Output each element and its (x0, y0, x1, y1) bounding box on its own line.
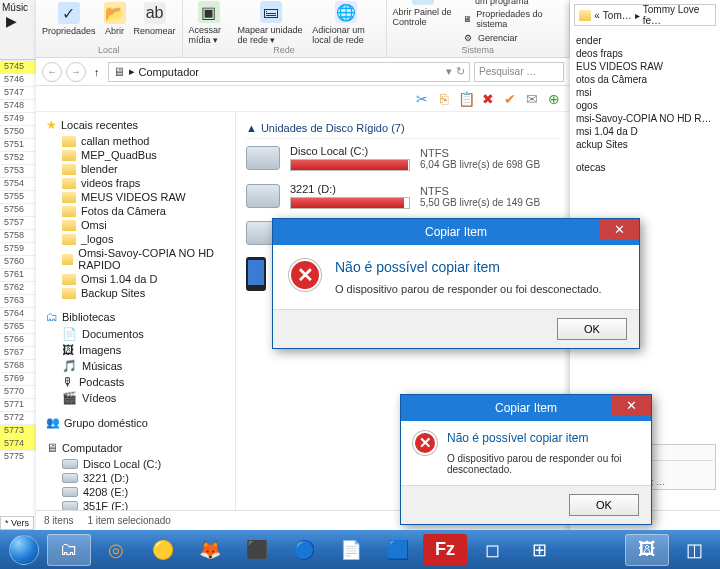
cut-icon[interactable]: ✂ (414, 91, 430, 107)
sheet-row[interactable]: 5749 (0, 112, 36, 125)
ribbon-manage[interactable]: ⚙Gerenciar (462, 31, 563, 45)
sheet-row[interactable]: 5771 (0, 398, 36, 411)
tree-item[interactable]: Disco Local (C:) (36, 457, 235, 471)
taskbar-app-5[interactable]: ◻ (470, 534, 514, 566)
sheet-row[interactable]: 5769 (0, 372, 36, 385)
ribbon-properties[interactable]: ✓Propriedades (42, 2, 96, 36)
tree-item[interactable]: msi-Savoy-COPIA NO HD RAPIDO (574, 112, 716, 125)
tree-libraries-head[interactable]: 🗂Bibliotecas (36, 308, 235, 326)
tree-item[interactable]: _logos (36, 232, 235, 246)
sheet-row[interactable]: 5761 (0, 268, 36, 281)
tree-item[interactable]: 🎵Músicas (36, 358, 235, 374)
tree-item[interactable]: deos fraps (574, 47, 716, 60)
sheet-row[interactable]: 5757 (0, 216, 36, 229)
taskbar-firefox[interactable]: 🦊 (188, 534, 232, 566)
ribbon-system-properties[interactable]: 🖥Propriedades do sistema (462, 8, 563, 30)
sheet-row[interactable]: 5768 (0, 359, 36, 372)
delete-icon[interactable]: ✖ (480, 91, 496, 107)
sheet-row[interactable]: 5765 (0, 320, 36, 333)
tree-item[interactable]: videos fraps (36, 176, 235, 190)
drives-section-head[interactable]: ▲Unidades de Disco Rígido (7) (246, 118, 560, 139)
dialog-titlebar[interactable]: Copiar Item✕ (401, 395, 651, 421)
ok-button[interactable]: OK (569, 494, 639, 516)
tree-item[interactable]: Fotos da Câmera (36, 204, 235, 218)
taskbar-app-3[interactable]: 🔵 (282, 534, 326, 566)
taskbar-app-1[interactable]: ◎ (94, 534, 138, 566)
sheet-row[interactable]: 5772 (0, 411, 36, 424)
sheet-row[interactable]: 5748 (0, 99, 36, 112)
taskbar-explorer[interactable]: 🗂 (47, 534, 91, 566)
taskbar-photos[interactable]: 🖼 (625, 534, 669, 566)
globe-icon[interactable]: ⊕ (546, 91, 562, 107)
ribbon-rename[interactable]: abRenomear (134, 2, 176, 36)
close-button[interactable]: ✕ (599, 219, 639, 239)
ok-button[interactable]: OK (557, 318, 627, 340)
sheet-row[interactable]: 5762 (0, 281, 36, 294)
tree-item[interactable]: msi (574, 86, 716, 99)
tree-item[interactable]: 📄Documentos (36, 326, 235, 342)
tree-item[interactable]: Backup Sites (36, 286, 235, 300)
dialog-titlebar[interactable]: Copiar Item✕ (273, 219, 639, 245)
close-button[interactable]: ✕ (611, 395, 651, 415)
tree-item[interactable]: blender (36, 162, 235, 176)
ribbon-uninstall[interactable]: 🗑Desinstalar ou alterar um programa (462, 0, 563, 7)
address-bar-2[interactable]: « Tom… ▸ Tommy Love fe… (574, 4, 716, 26)
sheet-row[interactable]: 5760 (0, 255, 36, 268)
nav-forward[interactable]: → (66, 62, 86, 82)
tree-computer-head[interactable]: 🖥Computador (36, 439, 235, 457)
check-icon[interactable]: ✔ (502, 91, 518, 107)
drive-row[interactable]: 3221 (D:)NTFS5,50 GB livre(s) de 149 GB (246, 177, 560, 215)
sheet-row[interactable]: 5763 (0, 294, 36, 307)
tree-item[interactable]: otos da Câmera (574, 73, 716, 86)
tree-item[interactable]: MEP_QuadBus (36, 148, 235, 162)
tree-item[interactable]: 3221 (D:) (36, 471, 235, 485)
sheet-row[interactable]: 5755 (0, 190, 36, 203)
address-bar[interactable]: 🖥 ▸ Computador▾↻ (108, 62, 471, 82)
copy-icon[interactable]: ⎘ (436, 91, 452, 107)
sheet-row[interactable]: 5773 (0, 424, 36, 437)
taskbar-chrome[interactable]: 🟡 (141, 534, 185, 566)
sheet-row[interactable]: 5774 (0, 437, 36, 450)
tree-homegroup[interactable]: 👥Grupo doméstico (36, 414, 235, 431)
sheet-row[interactable]: 5745 (0, 60, 36, 73)
tree-item[interactable]: ackup Sites (574, 138, 716, 151)
ribbon-control-panel[interactable]: 🖥Abrir Painel de Controle (393, 0, 454, 27)
sheet-row[interactable]: 5746 (0, 73, 36, 86)
tree-item[interactable]: 351F (F:) (36, 499, 235, 510)
sheet-row[interactable]: 5764 (0, 307, 36, 320)
ribbon-map-drive[interactable]: 🖴Mapear unidade de rede ▾ (237, 1, 304, 45)
sheet-row[interactable]: 5751 (0, 138, 36, 151)
taskbar-app-4[interactable]: 🟦 (376, 534, 420, 566)
search-input[interactable]: Pesquisar … (474, 62, 564, 82)
taskbar-app-7[interactable]: ◫ (672, 534, 716, 566)
tree-item[interactable]: 🎙Podcasts (36, 374, 235, 390)
sheet-row[interactable]: 5775 (0, 450, 36, 463)
tree-item[interactable]: ender (574, 34, 716, 47)
sheet-row[interactable]: 5754 (0, 177, 36, 190)
tree-item[interactable]: EUS VIDEOS RAW (574, 60, 716, 73)
sheet-row[interactable]: 5756 (0, 203, 36, 216)
tree-item[interactable]: Omsi-Savoy-COPIA NO HD RAPIDO (36, 246, 235, 272)
paste-icon[interactable]: 📋 (458, 91, 474, 107)
nav-back[interactable]: ← (42, 62, 62, 82)
ribbon-add-location[interactable]: 🌐Adicionar um local de rede (312, 1, 379, 45)
mail-icon[interactable]: ✉ (524, 91, 540, 107)
sheet-row[interactable]: 5752 (0, 151, 36, 164)
tree-item[interactable]: 🎬Vídeos (36, 390, 235, 406)
taskbar-notepad[interactable]: 📄 (329, 534, 373, 566)
start-button[interactable] (4, 534, 44, 566)
taskbar-app-2[interactable]: ⬛ (235, 534, 279, 566)
tree-item[interactable]: ogos (574, 99, 716, 112)
sheet-row[interactable]: 5750 (0, 125, 36, 138)
drive-row[interactable]: Disco Local (C:)NTFS6,04 GB livre(s) de … (246, 139, 560, 177)
tree-item[interactable]: callan method (36, 134, 235, 148)
ribbon-open[interactable]: 📂Abrir (104, 2, 126, 36)
tree-recent-head[interactable]: ★Locais recentes (36, 116, 235, 134)
sheet-row[interactable]: 5747 (0, 86, 36, 99)
tree-item[interactable]: otecas (574, 161, 716, 174)
sheet-row[interactable]: 5770 (0, 385, 36, 398)
ribbon-media[interactable]: ▣Acessar mídia ▾ (189, 1, 230, 45)
sheet-row[interactable]: 5759 (0, 242, 36, 255)
sheet-tab[interactable]: * Vers (0, 516, 34, 530)
sheet-row[interactable]: 5753 (0, 164, 36, 177)
